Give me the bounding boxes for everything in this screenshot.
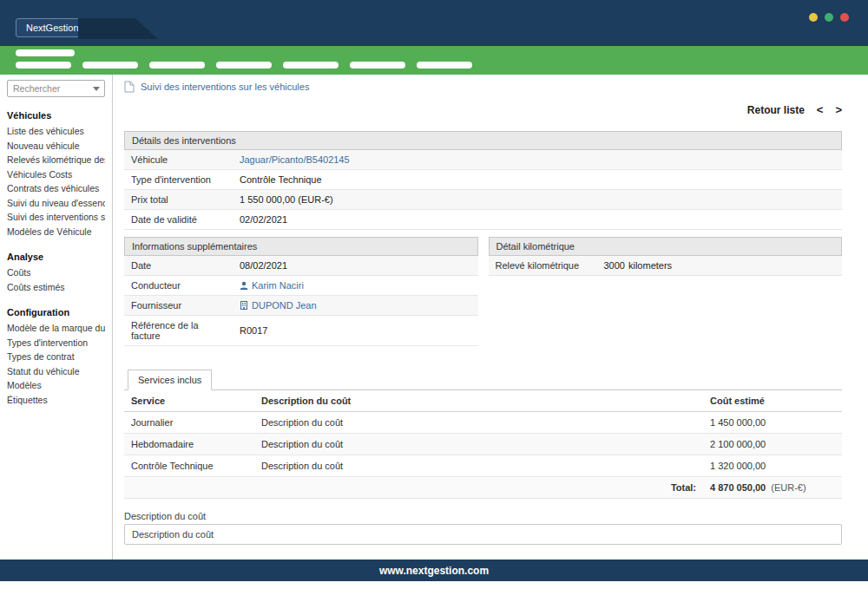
services-table-header: Service Description du coût Coût estimé — [124, 390, 842, 412]
search-select-value: Rechercher — [13, 83, 60, 94]
brand-logo[interactable]: NextGestion — [16, 18, 89, 37]
sidebar-item-couts[interactable]: Coûts — [7, 265, 105, 280]
info-row-conducteur: Conducteur Karim Naciri — [124, 276, 478, 296]
person-icon — [240, 281, 248, 290]
window-dot-red-icon[interactable] — [840, 13, 849, 22]
retour-row: Retour liste < > — [124, 103, 842, 116]
top-bar: NextGestion — [0, 0, 868, 46]
field-label: Conducteur — [124, 276, 233, 295]
cell-cost: 2 100 000,00 — [703, 434, 842, 455]
sidebar: Rechercher Véhicules Liste des véhicules… — [0, 75, 113, 560]
details-panel: Détails des interventions Véhicule Jagua… — [124, 131, 842, 230]
column-header-description: Description du coût — [254, 390, 703, 411]
sidebar-item-suivi-interventions[interactable]: Suivi des interventions su... — [7, 210, 105, 225]
info-panel-title: Informations supplémentaires — [124, 237, 478, 256]
chevron-down-icon — [93, 87, 100, 91]
window-dot-yellow-icon[interactable] — [809, 13, 818, 22]
prev-record-icon[interactable]: < — [817, 103, 824, 116]
sidebar-item-etiquettes[interactable]: Étiquettes — [7, 393, 105, 408]
sidebar-item-niveau-essence[interactable]: Suivi du niveau d'essence — [7, 196, 105, 211]
sidebar-item-modeles-vehicule[interactable]: Modèles de Véhicule — [7, 225, 105, 239]
km-value: 3000 — [604, 260, 625, 271]
breadcrumb-link[interactable]: Suivi des interventions sur les véhicule… — [141, 82, 309, 92]
search-select[interactable]: Rechercher — [7, 80, 105, 97]
km-panel-title: Détail kilométrique — [489, 237, 843, 256]
cell-service: Contrôle Technique — [124, 455, 254, 476]
km-row: Relevé kilométrique 3000 kilometers — [489, 256, 843, 276]
ribbon-shape — [78, 18, 158, 39]
field-label: Date de validité — [124, 210, 233, 229]
main-menu-bar — [0, 46, 868, 75]
nav-menu-row — [16, 62, 868, 69]
total-label: Total: — [254, 477, 703, 498]
sidebar-item-modele-marque[interactable]: Modèle de la marque du v... — [7, 321, 105, 336]
sidebar-item-contrats[interactable]: Contrats des véhicules — [7, 181, 105, 196]
content-area: Suivi des interventions sur les véhicule… — [113, 75, 868, 560]
nav-menu-item[interactable] — [216, 62, 272, 69]
nav-menu-item[interactable] — [16, 62, 71, 69]
breadcrumb: Suivi des interventions sur les véhicule… — [124, 81, 842, 93]
sidebar-item-releves-kilometrique[interactable]: Relevés kilométrique des ... — [7, 153, 105, 167]
vehicle-link[interactable]: Jaguar/Picanto/B5402145 — [240, 154, 350, 165]
fournisseur-link[interactable]: DUPOND Jean — [252, 300, 317, 311]
total-currency: (EUR-€) — [771, 482, 806, 493]
services-total-row: Total: 4 870 050,00 (EUR-€) — [124, 477, 842, 499]
description-field[interactable]: Description du coût — [124, 524, 842, 545]
detail-row-type: Type d'intervention Contrôle Technique — [124, 170, 842, 190]
sidebar-item-modeles[interactable]: Modèles — [7, 378, 105, 393]
retour-liste-link[interactable]: Retour liste — [747, 104, 805, 116]
window-dots — [809, 13, 849, 22]
sidebar-section-vehicules: Véhicules — [7, 110, 105, 121]
total-amount: 4 870 050,00 — [710, 482, 766, 493]
table-row[interactable]: Contrôle Technique Description du coût 1… — [124, 455, 842, 477]
sidebar-item-types-contrat[interactable]: Types de contrat — [7, 350, 105, 364]
field-value: 02/02/2021 — [233, 210, 294, 229]
next-record-icon[interactable]: > — [835, 103, 842, 116]
cell-service: Hebdomadaire — [124, 434, 254, 455]
field-label: Fournisseur — [124, 296, 233, 315]
sidebar-item-liste-vehicules[interactable]: Liste des véhicules — [7, 124, 105, 139]
table-row[interactable]: Journalier Description du coût 1 450 000… — [124, 412, 842, 434]
field-value: 1 550 000,00 (EUR-€) — [233, 190, 340, 209]
description-block: Description du coût Description du coût — [124, 511, 842, 545]
km-unit: kilometers — [628, 260, 672, 271]
field-value: R0017 — [233, 316, 274, 345]
field-label: Prix total — [124, 190, 233, 209]
detail-row-vehicule: Véhicule Jaguar/Picanto/B5402145 — [124, 150, 842, 170]
services-section: Services inclus Service Description du c… — [124, 369, 842, 499]
services-table: Service Description du coût Coût estimé … — [124, 389, 842, 499]
footer-url[interactable]: www.nextgestion.com — [379, 565, 489, 577]
sidebar-item-types-intervention[interactable]: Types d'intervention — [7, 336, 105, 350]
nav-menu-item[interactable] — [82, 62, 138, 69]
column-header-service: Service — [124, 390, 254, 411]
field-label: Date — [124, 256, 233, 275]
info-row-reference: Référence de la facture R0017 — [124, 316, 478, 346]
field-label: Type d'intervention — [124, 170, 233, 189]
field-label: Relevé kilométrique — [489, 256, 597, 275]
nav-menu-item[interactable] — [350, 62, 405, 69]
window-dot-green-icon[interactable] — [825, 13, 833, 22]
cell-description: Description du coût — [254, 412, 703, 433]
sidebar-section-analyse: Analyse — [7, 252, 105, 262]
sidebar-item-vehicules-costs[interactable]: Véhicules Costs — [7, 167, 105, 182]
cell-cost: 1 450 000,00 — [703, 412, 842, 433]
cell-description: Description du coût — [254, 434, 703, 455]
detail-kilometrique-panel: Détail kilométrique Relevé kilométrique … — [489, 237, 843, 276]
sidebar-item-statut-vehicule[interactable]: Statut du véhicule — [7, 364, 105, 379]
table-row[interactable]: Hebdomadaire Description du coût 2 100 0… — [124, 434, 842, 455]
detail-row-validite: Date de validité 02/02/2021 — [124, 210, 842, 230]
nav-menu-item[interactable] — [417, 62, 472, 69]
info-row-fournisseur: Fournisseur DUPOND Jean — [124, 296, 478, 316]
field-value: 08/02/2021 — [233, 256, 294, 275]
conducteur-link[interactable]: Karim Naciri — [252, 280, 304, 291]
field-value: Contrôle Technique — [233, 170, 329, 189]
tab-services-inclus[interactable]: Services inclus — [128, 370, 212, 390]
sidebar-item-couts-estimes[interactable]: Coûts estimés — [7, 280, 105, 295]
nav-menu-item[interactable] — [149, 62, 205, 69]
info-supplementaires-panel: Informations supplémentaires Date 08/02/… — [124, 237, 478, 346]
info-row-date: Date 08/02/2021 — [124, 256, 478, 276]
nav-menu-item[interactable] — [16, 49, 75, 56]
sidebar-item-nouveau-vehicule[interactable]: Nouveau véhicule — [7, 139, 105, 154]
nav-menu-item[interactable] — [283, 62, 339, 69]
cell-description: Description du coût — [254, 455, 703, 476]
